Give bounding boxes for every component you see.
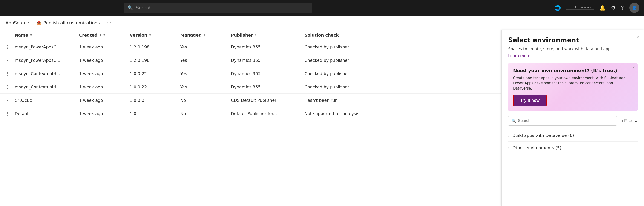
col-solution-check: Solution check bbox=[304, 33, 496, 37]
cell-solution-check-0: Checked by publisher bbox=[304, 44, 496, 49]
other-group-label: Other environments (5) bbox=[512, 145, 561, 150]
bell-icon[interactable]: 🔔 bbox=[600, 5, 606, 11]
settings-icon[interactable]: ⚙ bbox=[611, 5, 616, 11]
env-value[interactable] bbox=[566, 9, 594, 10]
cell-solution-check-1: Checked by publisher bbox=[304, 58, 496, 63]
panel-search-box[interactable]: 🔍 bbox=[508, 116, 617, 126]
publish-all-link[interactable]: 📤 Publish all customizations bbox=[36, 20, 100, 25]
cell-publisher-4: CDS Default Publisher bbox=[231, 98, 304, 103]
global-search-bar[interactable]: 🔍 bbox=[124, 3, 312, 13]
cell-managed-3: Yes bbox=[180, 84, 231, 89]
cell-publisher-3: Dynamics 365 bbox=[231, 84, 304, 89]
dataverse-group-label: Build apps with Dataverse (6) bbox=[512, 133, 574, 138]
cell-publisher-5: Default Publisher for... bbox=[231, 111, 304, 116]
panel-header: × Select environment Spaces to create, s… bbox=[502, 30, 644, 63]
row-menu-5[interactable]: ⋮ bbox=[6, 111, 15, 116]
cell-created-4: 1 week ago bbox=[79, 98, 130, 103]
appsource-label: AppSource bbox=[6, 20, 29, 25]
help-icon[interactable]: ? bbox=[621, 5, 624, 11]
table-row[interactable]: ⋮ msdyn_PowerAppsC... 1 week ago 1.2.0.1… bbox=[0, 40, 502, 54]
cell-managed-1: Yes bbox=[180, 58, 231, 63]
global-search-input[interactable] bbox=[136, 5, 309, 11]
cell-managed-5: No bbox=[180, 111, 231, 116]
cell-name-0: msdyn_PowerAppsC... bbox=[15, 44, 79, 49]
cell-solution-check-5: Not supported for analysis bbox=[304, 111, 496, 116]
table-row[interactable]: ⋮ msdyn_ContextualH... 1 week ago 1.0.0.… bbox=[0, 67, 502, 80]
cell-managed-0: Yes bbox=[180, 44, 231, 49]
environment-selector[interactable]: Environment bbox=[566, 6, 594, 10]
sub-nav: AppSource 📤 Publish all customizations ·… bbox=[0, 16, 644, 30]
panel-search-row: 🔍 ⊟ Filter ⌄ bbox=[502, 116, 644, 126]
appsource-link[interactable]: AppSource bbox=[6, 20, 29, 25]
cell-version-3: 1.0.0.22 bbox=[130, 84, 180, 89]
row-menu-4[interactable]: ⋮ bbox=[6, 98, 15, 103]
try-it-now-button[interactable]: Try it now bbox=[513, 95, 547, 106]
env-label: Environment bbox=[575, 6, 594, 9]
nav-right: 🌐 Environment 🔔 ⚙ ? 👤 bbox=[554, 3, 640, 13]
promo-description: Create and test apps in your own environ… bbox=[513, 76, 632, 91]
cell-publisher-1: Dynamics 365 bbox=[231, 58, 304, 63]
cell-version-2: 1.0.0.22 bbox=[130, 71, 180, 76]
col-name[interactable]: Name ↕ bbox=[15, 33, 79, 37]
col-publisher[interactable]: Publisher ↕ bbox=[231, 33, 304, 37]
avatar[interactable]: 👤 bbox=[629, 3, 640, 13]
cell-version-4: 1.0.0.0 bbox=[130, 98, 180, 103]
env-group-other[interactable]: › Other environments (5) bbox=[508, 142, 638, 154]
cell-solution-check-2: Checked by publisher bbox=[304, 71, 496, 76]
panel-search-icon: 🔍 bbox=[512, 119, 516, 123]
cell-created-0: 1 week ago bbox=[79, 44, 130, 49]
publish-icon: 📤 bbox=[36, 20, 42, 25]
cell-name-2: msdyn_ContextualH... bbox=[15, 71, 79, 76]
more-label: ··· bbox=[107, 20, 111, 25]
cell-name-4: Cr03c8c bbox=[15, 98, 79, 103]
table-row[interactable]: ⋮ Default 1 week ago 1.0 No Default Publ… bbox=[0, 107, 502, 120]
cell-version-1: 1.2.0.198 bbox=[130, 58, 180, 63]
globe-icon[interactable]: 🌐 bbox=[554, 5, 561, 11]
env-groups: › Build apps with Dataverse (6) › Other … bbox=[502, 129, 644, 154]
col-version[interactable]: Version ↕ bbox=[130, 33, 180, 37]
cell-created-1: 1 week ago bbox=[79, 58, 130, 63]
filter-chevron-icon: ⌄ bbox=[634, 119, 638, 123]
filter-icon: ⊟ bbox=[620, 119, 623, 123]
row-menu-1[interactable]: ⋮ bbox=[6, 58, 15, 63]
promo-close-button[interactable]: × bbox=[633, 65, 635, 70]
env-group-dataverse[interactable]: › Build apps with Dataverse (6) bbox=[508, 129, 638, 142]
publish-label: Publish all customizations bbox=[43, 20, 100, 25]
cell-solution-check-4: Hasn't been run bbox=[304, 98, 496, 103]
panel-search-input[interactable] bbox=[518, 119, 614, 123]
more-options[interactable]: ··· bbox=[107, 20, 111, 25]
cell-publisher-0: Dynamics 365 bbox=[231, 44, 304, 49]
cell-name-1: msdyn_PowerAppsC... bbox=[15, 58, 79, 63]
publisher-sort-icon: ↕ bbox=[254, 33, 257, 37]
row-menu-2[interactable]: ⋮ bbox=[6, 71, 15, 76]
filter-button[interactable]: ⊟ Filter ⌄ bbox=[620, 119, 638, 123]
managed-sort-icon: ↕ bbox=[203, 33, 206, 37]
cell-managed-2: Yes bbox=[180, 71, 231, 76]
environment-panel: × Select environment Spaces to create, s… bbox=[502, 30, 644, 206]
cell-created-3: 1 week ago bbox=[79, 84, 130, 89]
other-chevron-icon: › bbox=[508, 145, 510, 150]
row-menu-3[interactable]: ⋮ bbox=[6, 84, 15, 89]
table-row[interactable]: ⋮ msdyn_ContextualH... 1 week ago 1.0.0.… bbox=[0, 80, 502, 94]
version-sort-icon: ↕ bbox=[148, 33, 151, 37]
cell-solution-check-3: Checked by publisher bbox=[304, 84, 496, 89]
panel-close-button[interactable]: × bbox=[636, 34, 640, 40]
created-sort-icon: ↓ ↕ bbox=[99, 33, 105, 37]
row-menu-0[interactable]: ⋮ bbox=[6, 44, 15, 49]
dataverse-chevron-icon: › bbox=[508, 133, 510, 138]
table-row[interactable]: ⋮ Cr03c8c 1 week ago 1.0.0.0 No CDS Defa… bbox=[0, 94, 502, 107]
promo-title: Need your own environment? (It's free.) bbox=[513, 68, 632, 73]
cell-created-5: 1 week ago bbox=[79, 111, 130, 116]
search-icon: 🔍 bbox=[128, 5, 133, 10]
col-created[interactable]: Created ↓ ↕ bbox=[79, 33, 130, 37]
col-managed[interactable]: Managed ↕ bbox=[180, 33, 231, 37]
cell-created-2: 1 week ago bbox=[79, 71, 130, 76]
promo-card: × Need your own environment? (It's free.… bbox=[508, 63, 638, 112]
cell-version-0: 1.2.0.198 bbox=[130, 44, 180, 49]
cell-version-5: 1.0 bbox=[130, 111, 180, 116]
filter-label: Filter bbox=[624, 119, 633, 123]
panel-learn-more-link[interactable]: Learn more bbox=[508, 53, 530, 58]
table-row[interactable]: ⋮ msdyn_PowerAppsC... 1 week ago 1.2.0.1… bbox=[0, 54, 502, 67]
table-body: ⋮ msdyn_PowerAppsC... 1 week ago 1.2.0.1… bbox=[0, 40, 502, 120]
solutions-table: Name ↕ Created ↓ ↕ Version ↕ Managed ↕ P… bbox=[0, 30, 502, 206]
